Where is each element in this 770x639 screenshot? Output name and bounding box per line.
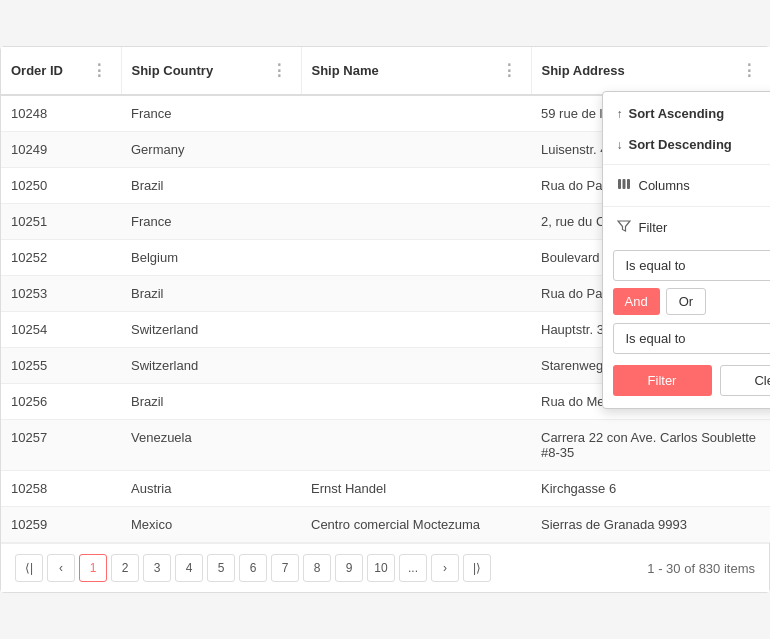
col-header-name: Ship Name ⋮ ↑ Sort Ascending ↓ Sort De: [301, 47, 531, 95]
col-country-label: Ship Country: [132, 63, 214, 78]
cell-order_id: 10257: [1, 420, 121, 471]
sort-desc-icon: ↓: [617, 138, 623, 152]
svg-rect-2: [627, 179, 630, 189]
cell-ship_country: Venezuela: [121, 420, 301, 471]
columns-section-header[interactable]: Columns ▾: [603, 169, 771, 202]
cell-order_id: 10259: [1, 507, 121, 543]
cell-ship_country: France: [121, 204, 301, 240]
cell-ship_name: [301, 204, 531, 240]
col-address-label: Ship Address: [542, 63, 625, 78]
cell-ship_name: [301, 132, 531, 168]
sort-asc-icon: ↑: [617, 107, 623, 121]
column-filter-dropdown: ↑ Sort Ascending ↓ Sort Descending: [602, 91, 771, 409]
sort-desc-label: Sort Descending: [629, 137, 732, 152]
cell-ship_name: [301, 168, 531, 204]
cell-order_id: 10248: [1, 95, 121, 132]
cell-ship_country: Switzerland: [121, 312, 301, 348]
filter-buttons: Filter Clear: [613, 365, 771, 396]
page-2-button[interactable]: 2: [111, 554, 139, 582]
svg-rect-1: [622, 179, 625, 189]
col-address-menu-icon[interactable]: ⋮: [737, 59, 761, 82]
col-order-menu-icon[interactable]: ⋮: [87, 59, 111, 82]
sort-descending-item[interactable]: ↓ Sort Descending: [603, 129, 771, 160]
cell-ship_country: Belgium: [121, 240, 301, 276]
cell-ship_name: [301, 240, 531, 276]
filter-content: Is equal to Is not equal to Contains Doe…: [603, 244, 771, 402]
cell-order_id: 10256: [1, 384, 121, 420]
filter-icon: [617, 219, 631, 236]
divider-1: [603, 164, 771, 165]
cell-ship_name: [301, 348, 531, 384]
cell-ship_country: France: [121, 95, 301, 132]
cell-ship_country: Germany: [121, 132, 301, 168]
cell-order_id: 10250: [1, 168, 121, 204]
page-4-button[interactable]: 4: [175, 554, 203, 582]
sort-asc-label: Sort Ascending: [629, 106, 725, 121]
table-row: 10259MexicoCentro comercial MoctezumaSie…: [1, 507, 770, 543]
col-header-order: Order ID ⋮: [1, 47, 121, 95]
prev-page-button[interactable]: ‹: [47, 554, 75, 582]
filter-label: Filter: [639, 220, 668, 235]
cell-ship_name: Centro comercial Moctezuma: [301, 507, 531, 543]
and-button[interactable]: And: [613, 288, 660, 315]
or-button[interactable]: Or: [666, 288, 706, 315]
cell-order_id: 10252: [1, 240, 121, 276]
cell-ship_name: [301, 384, 531, 420]
filter-condition-2-select[interactable]: Is equal to Is not equal to Contains: [613, 323, 771, 354]
divider-2: [603, 206, 771, 207]
cell-ship_country: Switzerland: [121, 348, 301, 384]
col-order-label: Order ID: [11, 63, 63, 78]
page-nav: ⟨| ‹ 1 2 3 4 5 6 7 8 9 10 ... › |⟩: [15, 554, 491, 582]
cell-ship_address: Kirchgasse 6: [531, 471, 770, 507]
cell-ship_name: [301, 276, 531, 312]
table-row: 10257VenezuelaCarrera 22 con Ave. Carlos…: [1, 420, 770, 471]
cell-ship_country: Brazil: [121, 276, 301, 312]
cell-order_id: 10253: [1, 276, 121, 312]
page-7-button[interactable]: 7: [271, 554, 299, 582]
cell-ship_country: Brazil: [121, 384, 301, 420]
cell-order_id: 10258: [1, 471, 121, 507]
page-5-button[interactable]: 5: [207, 554, 235, 582]
col-name-label: Ship Name: [312, 63, 379, 78]
col-header-country: Ship Country ⋮: [121, 47, 301, 95]
cell-ship_country: Mexico: [121, 507, 301, 543]
page-9-button[interactable]: 9: [335, 554, 363, 582]
col-name-menu-icon[interactable]: ⋮: [497, 59, 521, 82]
filter-condition-1-select[interactable]: Is equal to Is not equal to Contains Doe…: [613, 250, 771, 281]
page-info: 1 - 30 of 830 items: [647, 561, 755, 576]
col-header-address: Ship Address ⋮: [531, 47, 770, 95]
last-page-button[interactable]: |⟩: [463, 554, 491, 582]
cell-ship_name: Ernst Handel: [301, 471, 531, 507]
page-3-button[interactable]: 3: [143, 554, 171, 582]
columns-icon: [617, 177, 631, 194]
page-8-button[interactable]: 8: [303, 554, 331, 582]
cell-ship_name: [301, 312, 531, 348]
page-6-button[interactable]: 6: [239, 554, 267, 582]
page-10-button[interactable]: 10: [367, 554, 395, 582]
pagination-bar: ⟨| ‹ 1 2 3 4 5 6 7 8 9 10 ... › |⟩ 1 - 3…: [1, 543, 769, 592]
sort-ascending-item[interactable]: ↑ Sort Ascending: [603, 98, 771, 129]
filter-section-header[interactable]: Filter ▴: [603, 211, 771, 244]
clear-button[interactable]: Clear: [720, 365, 771, 396]
cell-order_id: 10251: [1, 204, 121, 240]
cell-ship_address: Sierras de Granada 9993: [531, 507, 770, 543]
page-1-button[interactable]: 1: [79, 554, 107, 582]
cell-ship_country: Brazil: [121, 168, 301, 204]
next-page-button[interactable]: ›: [431, 554, 459, 582]
col-country-menu-icon[interactable]: ⋮: [267, 59, 291, 82]
main-container: Order ID ⋮ Ship Country ⋮ Ship Name: [0, 46, 770, 593]
cell-ship_country: Austria: [121, 471, 301, 507]
cell-ship_name: [301, 95, 531, 132]
table-row: 10258AustriaErnst HandelKirchgasse 6: [1, 471, 770, 507]
and-or-row: And Or: [613, 288, 771, 315]
cell-order_id: 10249: [1, 132, 121, 168]
columns-label: Columns: [639, 178, 690, 193]
filter-button[interactable]: Filter: [613, 365, 712, 396]
table-wrapper: Order ID ⋮ Ship Country ⋮ Ship Name: [1, 47, 769, 543]
first-page-button[interactable]: ⟨|: [15, 554, 43, 582]
data-table: Order ID ⋮ Ship Country ⋮ Ship Name: [1, 47, 770, 543]
cell-order_id: 10255: [1, 348, 121, 384]
cell-ship_name: [301, 420, 531, 471]
svg-rect-0: [618, 179, 621, 189]
cell-ship_address: Carrera 22 con Ave. Carlos Soublette #8-…: [531, 420, 770, 471]
